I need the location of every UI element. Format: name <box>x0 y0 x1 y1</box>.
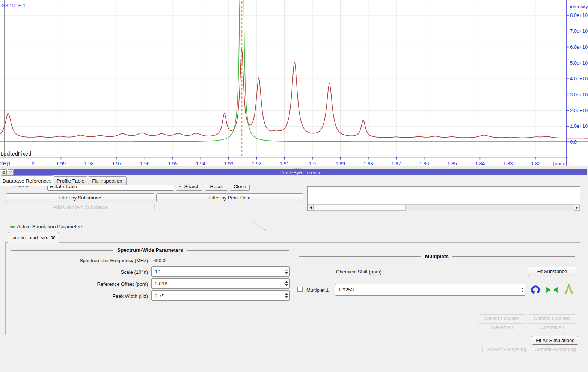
y-axis-title: intensity <box>570 4 588 9</box>
lock-status-label: LockedFixed <box>0 151 31 157</box>
x-tick-label: 1.87 <box>392 161 401 166</box>
y-tick-label: 2.0e+10 <box>570 108 588 113</box>
y-tick-label: 1.0e+10 <box>570 123 588 129</box>
fit-all-simulations-button[interactable]: Fit All Simulations <box>532 336 578 345</box>
app-window: GS:1D_H.1 LockedFixed intensity (2H)1 [p… <box>0 0 588 372</box>
plugin-title: ProfileByReference <box>280 170 322 176</box>
tab-profile-table[interactable]: Profile Table <box>54 176 87 185</box>
tab-fit-inspection[interactable]: Fit Inspection <box>88 176 127 185</box>
spin-down-icon[interactable] <box>285 284 288 286</box>
commit-focused-button[interactable]: Commit Focused <box>528 314 576 322</box>
help-icon: ? <box>9 170 12 175</box>
reference-offset-label: Reference Offset (ppm) <box>23 281 148 287</box>
splitter-handle-icon[interactable] <box>294 168 301 169</box>
group-multiplets: Multiplets <box>299 254 575 259</box>
peak-width-input[interactable] <box>152 291 284 300</box>
scrollbar-thumb[interactable] <box>314 205 406 211</box>
spectrum-canvas[interactable] <box>0 0 588 167</box>
multiplet-1-checkbox[interactable] <box>297 286 303 292</box>
collapse-icon[interactable] <box>10 226 15 228</box>
settings-button[interactable]: ⚙ <box>1 170 7 176</box>
spin-down-icon[interactable] <box>285 272 288 274</box>
scroll-left-button[interactable] <box>308 205 314 211</box>
x-tick-label: 1.85 <box>447 161 457 166</box>
spin-down-icon[interactable] <box>285 296 288 298</box>
plugin-title-bar: ProfileByReference <box>14 170 587 176</box>
x-tick-label: 1.99 <box>56 161 66 166</box>
x-tick-label: 1.9 <box>309 161 316 166</box>
multiplet-1-shift-input[interactable] <box>336 285 520 295</box>
x-tick-label: 2 <box>32 161 34 166</box>
reset-multiplet-button[interactable] <box>530 284 541 295</box>
revert-all-button[interactable]: Revert All <box>478 323 526 331</box>
reference-offset-input[interactable] <box>152 279 284 288</box>
revert-focused-button[interactable]: Revert Focused <box>478 314 526 322</box>
scale-spinbox[interactable] <box>151 266 290 277</box>
narrow-peak-button[interactable] <box>546 286 558 293</box>
tab-database-references[interactable]: Database References <box>1 176 53 186</box>
spin-up-icon[interactable] <box>285 293 288 295</box>
x-tick-label: 1.97 <box>112 161 122 166</box>
peak-width-spinbox[interactable] <box>151 290 290 301</box>
spin-down-icon[interactable] <box>521 291 523 292</box>
close-tab-icon[interactable] <box>51 236 55 240</box>
spectrum-plot[interactable]: GS:1D_H.1 LockedFixed intensity (2H)1 [p… <box>0 0 588 167</box>
multiplet-1-label: Multiplet 1 <box>306 287 329 293</box>
multiplet-1-shift-spinbox[interactable] <box>335 284 525 296</box>
y-tick-label: 4.0e+10 <box>570 76 588 81</box>
group-spectrum-wide: Spectrum-Wide Parameters <box>11 247 289 253</box>
x-axis-edge-label: (2H)1 <box>0 161 11 166</box>
add-unknown-substance-button[interactable]: Add Unknown Substance <box>6 203 155 211</box>
x-tick-label: 1.86 <box>419 161 429 166</box>
commit-everything-button[interactable]: Commit Everything <box>532 345 578 353</box>
spin-up-icon[interactable] <box>521 288 523 289</box>
horizontal-scrollbar[interactable] <box>308 204 580 211</box>
y-tick-label: 8.0e+10 <box>570 12 588 18</box>
x-tick-label: 1.91 <box>280 161 289 166</box>
x-tick-label: 1.95 <box>168 161 177 166</box>
x-axis-unit-label: [ppm] <box>547 161 565 166</box>
spectrometer-frequency-label: Spectrometer Frequency (MHz) <box>23 258 148 263</box>
help-button[interactable]: ? <box>8 170 14 176</box>
main-tab-bar: Database References Profile Table Fit In… <box>0 176 588 185</box>
x-tick-label: 1.94 <box>196 161 205 166</box>
scale-label: Scale (10^n) <box>23 269 148 275</box>
fit-substance-button[interactable]: Fit Substance <box>528 267 576 276</box>
dropdown-caret-icon <box>179 186 182 188</box>
x-tick-label: 1.89 <box>336 161 345 166</box>
revert-everything-button[interactable]: Revert Everything <box>482 345 531 353</box>
spin-up-icon[interactable] <box>285 281 288 283</box>
x-tick-label: 1.84 <box>475 161 485 166</box>
y-tick-label: 3.0e+10 <box>570 92 588 98</box>
filter-by-substance-button[interactable]: Filter by Substance <box>6 194 154 202</box>
y-tick-label: 7.0e+10 <box>570 28 588 34</box>
x-tick-label: 1.96 <box>140 161 149 166</box>
gear-icon: ⚙ <box>2 170 6 175</box>
x-tick-label: 1.88 <box>363 161 373 166</box>
spin-up-icon[interactable] <box>285 269 288 271</box>
x-tick-label: 1.82 <box>531 161 541 166</box>
y-tick-label: 5.0e+10 <box>570 60 588 66</box>
fit-peak-shape-button[interactable] <box>564 284 574 295</box>
section-title: Active Simulation Parameters <box>17 224 83 230</box>
pane-splitter[interactable] <box>0 166 588 170</box>
scroll-right-button[interactable] <box>574 205 580 211</box>
x-tick-label: 1.83 <box>503 161 513 166</box>
converge-arrows-icon <box>546 286 558 293</box>
reference-results-panel <box>307 186 580 211</box>
peak-shape-icon <box>564 284 574 295</box>
x-tick-label: 1.98 <box>84 161 93 166</box>
tab-acetic-acid-sim[interactable]: acetic_acid_sim <box>8 232 59 243</box>
x-tick-label: 1.93 <box>224 161 233 166</box>
scale-input[interactable] <box>152 267 284 276</box>
reference-offset-spinbox[interactable] <box>151 278 290 289</box>
filter-by-peak-data-button[interactable]: Filter by Peak Data <box>156 194 303 202</box>
plugin-toolbar: ⚙ ? ProfileByReference <box>0 170 588 176</box>
undo-rotate-icon <box>530 284 541 295</box>
y-tick-label: 6.0e+10 <box>570 44 588 50</box>
x-tick-label: 1.92 <box>252 161 261 166</box>
peak-width-label: Peak Width (Hz) <box>23 293 148 299</box>
scroll-left-icon <box>310 206 312 209</box>
commit-all-button[interactable]: Commit All <box>528 323 576 331</box>
y-tick-label: 0.0 <box>570 139 577 145</box>
